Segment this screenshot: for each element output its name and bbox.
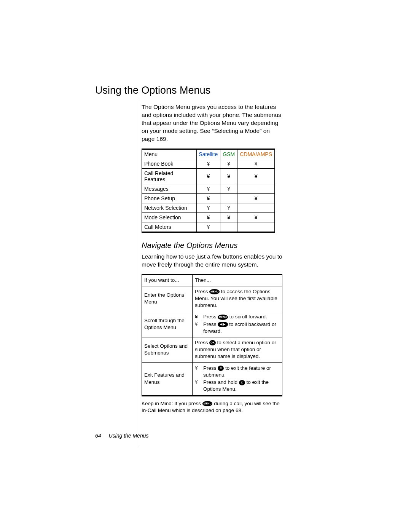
table-header-row: Menu Satellite GSM CDMA/AMPS [142, 149, 275, 159]
nav-if-cell: Exit Features and Menus [142, 362, 193, 396]
nav-if-cell: Select Options and Submenus [142, 337, 193, 362]
bullet-mark: ¥ [195, 379, 198, 393]
mark-satellite: ¥ [196, 222, 220, 232]
mark-gsm: ¥ [220, 212, 237, 222]
nav-if-cell: Enter the Options Menu [142, 286, 193, 311]
page-title: Using the Options Menus [95, 85, 323, 96]
mark-satellite: ¥ [196, 193, 220, 203]
nav-then-cell: Press OK to select a menu option or subm… [193, 337, 282, 362]
table-row: Exit Features and Menus¥Press C to exit … [142, 362, 282, 396]
menu-label: Messages [142, 184, 197, 193]
mark-satellite: ¥ [196, 184, 220, 193]
table-row: Enter the Options MenuPress MENU to acce… [142, 286, 282, 311]
subintro-paragraph: Learning how to use just a few buttons e… [142, 253, 282, 269]
mark-cdma: ¥ [237, 193, 275, 203]
mark-gsm [220, 193, 237, 203]
col-satellite: Satellite [196, 149, 220, 159]
mark-satellite: ¥ [196, 203, 220, 212]
modes-table: Menu Satellite GSM CDMA/AMPS Phone Book¥… [142, 149, 275, 233]
menu-label: Network Selection [142, 203, 197, 212]
table-row: Mode Selection¥¥¥ [142, 212, 275, 222]
table-row: Call Meters¥ [142, 222, 275, 232]
table-row: Messages¥¥ [142, 184, 275, 193]
note-pre: Keep in Mind: If you press [142, 401, 202, 406]
key-icon: MENU [209, 289, 220, 294]
mark-cdma [237, 184, 275, 193]
key-icon: ◀ ▶ [218, 322, 228, 327]
nav-then-cell: ¥Press MENU to scroll forward.¥Press ◀ ▶… [193, 311, 282, 337]
col-if: If you want to... [142, 275, 193, 286]
bullet-mark: ¥ [195, 321, 198, 335]
bullet-text: Press C to exit the feature or submenu. [203, 365, 280, 379]
menu-label: Call Related Features [142, 168, 197, 184]
mark-satellite: ¥ [196, 212, 220, 222]
mark-cdma: ¥ [237, 159, 275, 168]
mark-gsm: ¥ [220, 168, 237, 184]
mark-gsm: ¥ [220, 159, 237, 168]
nav-table: If you want to... Then... Enter the Opti… [142, 274, 282, 396]
menu-label: Phone Setup [142, 193, 197, 203]
bullet-text: Press and hold C to exit the Options Men… [203, 379, 280, 393]
key-icon: MENU [218, 315, 228, 320]
menu-button-icon: MENU [202, 401, 213, 406]
table-row: Call Related Features¥¥¥ [142, 168, 275, 184]
menu-label: Call Meters [142, 222, 197, 232]
section-subhead: Navigate the Options Menus [142, 241, 282, 250]
col-cdma: CDMA/AMPS [237, 149, 275, 159]
mark-satellite: ¥ [196, 159, 220, 168]
bullet-text: Press ◀ ▶ to scroll backward or forward. [203, 321, 280, 335]
intro-paragraph: The Options Menu gives you access to the… [142, 103, 282, 143]
table-row: Select Options and SubmenusPress OK to s… [142, 337, 282, 362]
table-row: Network Selection¥¥ [142, 203, 275, 212]
mark-gsm: ¥ [220, 203, 237, 212]
table-row: Phone Setup¥¥ [142, 193, 275, 203]
page-number: 64 [95, 433, 101, 439]
col-then: Then... [193, 275, 282, 286]
mark-gsm [220, 222, 237, 232]
key-icon: C [218, 366, 224, 371]
table-header-row: If you want to... Then... [142, 275, 282, 286]
nav-if-cell: Scroll through the Options Menu [142, 311, 193, 337]
nav-then-cell: ¥Press C to exit the feature or submenu.… [193, 362, 282, 396]
bullet-item: ¥Press MENU to scroll forward. [195, 313, 280, 320]
menu-label: Phone Book [142, 159, 197, 168]
bullet-text: Press MENU to scroll forward. [203, 313, 267, 320]
mark-cdma: ¥ [237, 168, 275, 184]
footer-section-title: Using the Menus [108, 433, 148, 439]
key-icon: C [239, 380, 245, 385]
page-content: Using the Options Menus The Options Menu… [95, 85, 323, 414]
table-row: Scroll through the Options Menu¥Press ME… [142, 311, 282, 337]
body-column: The Options Menu gives you access to the… [142, 103, 282, 414]
mark-cdma [237, 203, 275, 212]
bullet-mark: ¥ [195, 313, 198, 320]
page-footer: 64 Using the Menus [95, 433, 149, 439]
bullet-item: ¥Press ◀ ▶ to scroll backward or forward… [195, 321, 280, 335]
col-gsm: GSM [220, 149, 237, 159]
col-menu: Menu [142, 149, 197, 159]
mark-cdma [237, 222, 275, 232]
menu-label: Mode Selection [142, 212, 197, 222]
table-row: Phone Book¥¥¥ [142, 159, 275, 168]
nav-then-cell: Press MENU to access the Options Menu. Y… [193, 286, 282, 311]
mark-gsm: ¥ [220, 184, 237, 193]
key-icon: OK [209, 340, 216, 345]
bullet-mark: ¥ [195, 365, 198, 379]
bullet-item: ¥Press C to exit the feature or submenu. [195, 365, 280, 379]
mark-cdma: ¥ [237, 212, 275, 222]
bullet-item: ¥Press and hold C to exit the Options Me… [195, 379, 280, 393]
mark-satellite: ¥ [196, 168, 220, 184]
keep-in-mind-note: Keep in Mind: If you press MENU during a… [142, 400, 282, 414]
